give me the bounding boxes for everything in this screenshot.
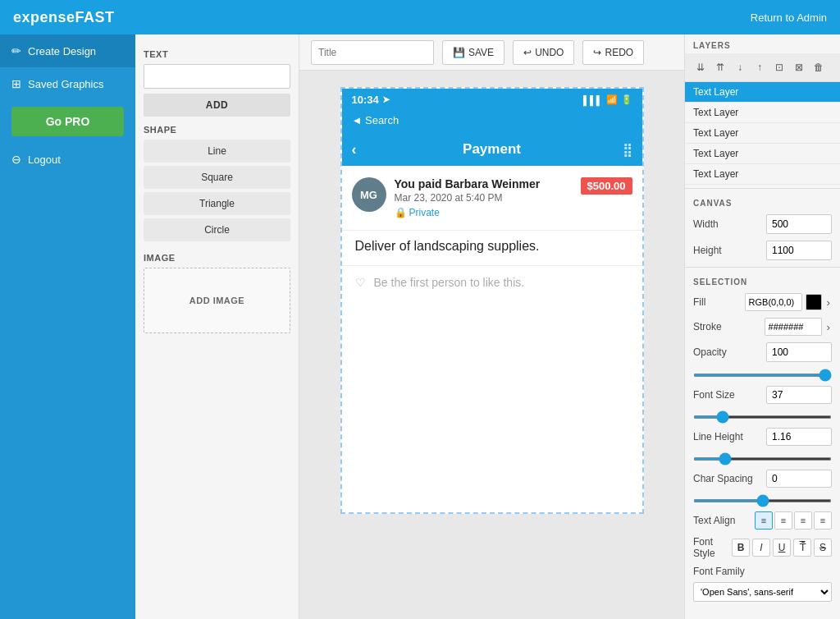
underline-button[interactable]: U (773, 539, 791, 557)
align-right-button[interactable]: ≡ (794, 511, 812, 530)
canvas-area: 💾 SAVE ↩ UNDO ↪ REDO 10:34 ➤ (299, 34, 684, 619)
battery-icon: 🔋 (621, 94, 632, 105)
payment-name: You paid Barbara Weinmer (395, 177, 573, 190)
sidebar-logout-label: Logout (28, 154, 61, 166)
logo: expenseFAST (13, 9, 115, 26)
redo-icon: ↪ (593, 47, 601, 58)
payment-private: 🔒 Private (395, 207, 573, 218)
layer-move-top-button[interactable]: ⇈ (711, 58, 729, 76)
shape-square-button[interactable]: Square (144, 166, 290, 189)
char-spacing-slider[interactable] (693, 499, 832, 502)
align-justify-button[interactable]: ≡ (814, 511, 832, 530)
topbar: expenseFAST Return to Admin (0, 0, 840, 34)
line-height-input[interactable] (766, 428, 832, 446)
right-panel: LAYERS ⇊ ⇈ ↓ ↑ ⊡ ⊠ 🗑 Text Layer Text Lay… (684, 34, 840, 619)
opacity-input[interactable] (766, 342, 832, 362)
bold-button[interactable]: B (732, 539, 750, 557)
layer-duplicate-button[interactable]: ⊡ (770, 58, 788, 76)
sidebar-item-logout[interactable]: ⊖ Logout (0, 143, 135, 176)
canvas-section-label: CANVAS (685, 192, 840, 211)
layer-move-bottom-button[interactable]: ⇊ (692, 58, 710, 76)
shape-section-label: SHAPE (144, 125, 290, 135)
text-section-label: TEXT (144, 49, 290, 59)
logout-icon: ⊖ (11, 153, 21, 166)
shape-circle-button[interactable]: Circle (144, 218, 290, 241)
stroke-chevron-button[interactable]: › (825, 319, 832, 335)
layer-item-0[interactable]: Text Layer (685, 82, 840, 103)
text-align-row: Text Align ≡ ≡ ≡ ≡ (685, 508, 840, 533)
tools-panel: TEXT ADD SHAPE Line Square Triangle Circ… (135, 34, 299, 619)
shape-triangle-button[interactable]: Triangle (144, 192, 290, 215)
sidebar-item-saved-graphics[interactable]: ⊞ Saved Graphics (0, 67, 135, 100)
edit-icon: ✏ (11, 44, 21, 57)
sidebar-item-create-design[interactable]: ✏ Create Design (0, 34, 135, 67)
phone-canvas[interactable]: 10:34 ➤ ▌▌▌ 📶 🔋 ◄ Search ‹ Paymen (340, 87, 644, 514)
align-center-button[interactable]: ≡ (774, 511, 792, 530)
layer-delete-button[interactable]: 🗑 (810, 58, 828, 76)
back-arrow-icon: ‹ (352, 141, 357, 158)
line-height-slider[interactable] (693, 457, 832, 461)
phone-status-bar: 10:34 ➤ ▌▌▌ 📶 🔋 (342, 89, 642, 111)
opacity-row: Opacity (685, 339, 840, 365)
payment-info: You paid Barbara Weinmer Mar 23, 2020 at… (395, 177, 573, 218)
font-size-slider[interactable] (693, 415, 832, 419)
redo-button[interactable]: ↪ REDO (582, 40, 644, 65)
image-section-label: IMAGE (144, 253, 290, 263)
font-family-select[interactable]: 'Open Sans', sans-serif Arial, sans-seri… (693, 582, 832, 602)
text-input[interactable] (144, 64, 290, 89)
line-height-slider-row (685, 449, 840, 466)
layer-item-3[interactable]: Text Layer (685, 144, 840, 164)
return-to-admin-link[interactable]: Return to Admin (751, 11, 827, 24)
signal-icon: ▌▌▌ (583, 95, 602, 105)
line-through-button[interactable]: S (814, 539, 832, 557)
layer-move-up-button[interactable]: ↑ (751, 58, 769, 76)
layer-item-1[interactable]: Text Layer (685, 103, 840, 123)
layer-item-2[interactable]: Text Layer (685, 123, 840, 144)
canvas-width-input[interactable] (766, 214, 832, 234)
lock-icon: 🔒 (395, 207, 407, 218)
fill-input[interactable] (745, 293, 802, 311)
font-style-group: B I U T̄ S (732, 539, 832, 557)
char-spacing-label: Char Spacing (693, 473, 753, 484)
opacity-slider[interactable] (693, 374, 832, 377)
layer-add-button[interactable]: ⊠ (790, 58, 808, 76)
payment-row: MG You paid Barbara Weinmer Mar 23, 2020… (342, 166, 642, 231)
canvas-width-label: Width (693, 218, 719, 230)
italic-button[interactable]: I (752, 539, 770, 557)
heart-icon: ♡ (355, 276, 366, 289)
opacity-slider-row (685, 365, 840, 383)
phone-header: ‹ Payment ⣿ (342, 133, 642, 166)
payment-date: Mar 23, 2020 at 5:40 PM (395, 192, 573, 204)
line-height-label: Line Height (693, 431, 743, 442)
text-align-label: Text Align (693, 515, 735, 526)
stroke-input[interactable] (765, 318, 822, 336)
payment-description: Deliver of landscaping supplies. (342, 231, 642, 266)
add-text-button[interactable]: ADD (144, 94, 290, 117)
align-left-button[interactable]: ≡ (755, 511, 773, 530)
layer-move-down-button[interactable]: ↓ (731, 58, 749, 76)
undo-button[interactable]: ↩ UNDO (513, 40, 574, 65)
location-icon: ➤ (382, 94, 390, 105)
canvas-height-row: Height (685, 237, 840, 264)
fill-chevron-button[interactable]: › (825, 295, 832, 310)
char-spacing-input[interactable] (766, 470, 832, 488)
font-size-label: Font Size (693, 389, 735, 401)
fill-color-swatch[interactable] (806, 294, 822, 310)
main-layout: ✏ Create Design ⊞ Saved Graphics Go PRO … (0, 34, 840, 619)
layer-item-4[interactable]: Text Layer (685, 164, 840, 185)
go-pro-button[interactable]: Go PRO (11, 107, 124, 136)
save-icon: 💾 (453, 47, 465, 58)
char-spacing-slider-row (685, 491, 840, 508)
shape-line-button[interactable]: Line (144, 140, 290, 163)
like-row: ♡ Be the first person to like this. (342, 266, 642, 299)
strikethrough-button[interactable]: T̄ (793, 539, 811, 557)
left-sidebar: ✏ Create Design ⊞ Saved Graphics Go PRO … (0, 34, 135, 619)
add-image-button[interactable]: ADD IMAGE (144, 268, 290, 333)
title-input[interactable] (311, 40, 434, 65)
canvas-height-input[interactable] (766, 241, 832, 260)
wifi-icon: 📶 (606, 94, 618, 105)
phone-search-bar: ◄ Search (342, 111, 642, 133)
font-size-input[interactable] (766, 386, 832, 404)
save-button[interactable]: 💾 SAVE (442, 40, 504, 65)
font-family-row: Font Family (685, 562, 840, 580)
